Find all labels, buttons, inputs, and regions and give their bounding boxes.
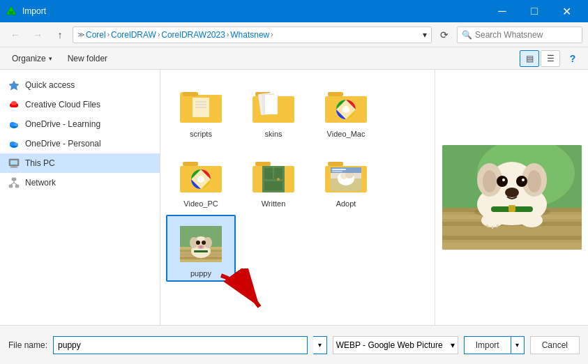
svg-point-9 bbox=[14, 123, 18, 126]
svg-point-72 bbox=[199, 245, 202, 248]
svg-point-95 bbox=[505, 188, 519, 197]
main-area: Quick access Creative Cloud Files bbox=[0, 70, 588, 325]
breadcrumb-whatsnew[interactable]: Whatsnew bbox=[230, 30, 269, 40]
filename-label: File name: bbox=[8, 340, 47, 350]
svg-point-93 bbox=[502, 179, 505, 181]
svg-rect-97 bbox=[508, 205, 515, 212]
filetype-select[interactable]: WEBP - Google Web Picture ▾ bbox=[333, 336, 458, 354]
new-folder-button[interactable]: New folder bbox=[61, 50, 114, 67]
file-label-puppy: puppy bbox=[190, 269, 211, 278]
sidebar-item-onedrive-personal[interactable]: OneDrive - Personal bbox=[0, 134, 160, 153]
forward-button[interactable]: → bbox=[28, 25, 47, 45]
file-label-written: Written bbox=[262, 199, 286, 208]
svg-point-70 bbox=[202, 241, 206, 245]
this-pc-label: This PC bbox=[25, 158, 55, 168]
back-button[interactable]: ← bbox=[6, 25, 25, 45]
window-controls: ─ □ ✕ bbox=[486, 0, 582, 22]
breadcrumb-bar[interactable]: ≫ Corel › CorelDRAW › CorelDRAW2023 › Wh… bbox=[73, 26, 432, 43]
app-icon bbox=[6, 6, 17, 17]
folder-icon-video-pc bbox=[179, 152, 223, 197]
svg-point-90 bbox=[527, 170, 541, 192]
svg-rect-34 bbox=[328, 92, 343, 96]
breadcrumb-sep: ≫ bbox=[77, 31, 84, 38]
folder-icon-skins bbox=[251, 82, 296, 127]
cancel-button[interactable]: Cancel bbox=[530, 336, 580, 354]
refresh-button[interactable]: ⟳ bbox=[435, 25, 454, 45]
minimize-button[interactable]: ─ bbox=[486, 0, 518, 22]
svg-rect-73 bbox=[194, 250, 208, 252]
filename-dropdown-button[interactable]: ▾ bbox=[313, 336, 327, 354]
network-icon bbox=[8, 177, 20, 188]
onedrive-learning-icon bbox=[8, 119, 20, 130]
file-item-puppy[interactable]: puppy bbox=[166, 215, 236, 282]
network-label: Network bbox=[25, 178, 56, 188]
svg-point-98 bbox=[481, 213, 504, 227]
quick-access-label: Quick access bbox=[25, 80, 75, 90]
image-icon-puppy bbox=[179, 222, 223, 266]
filetype-value: WEBP - Google Web Picture bbox=[336, 340, 443, 350]
import-button-group: Import ▾ bbox=[464, 336, 525, 354]
this-pc-icon bbox=[8, 158, 20, 169]
svg-rect-45 bbox=[264, 168, 273, 179]
view-list-button[interactable]: ☰ bbox=[541, 50, 560, 67]
svg-marker-2 bbox=[9, 81, 19, 90]
file-item-written[interactable]: Written bbox=[239, 145, 308, 212]
breadcrumb-coreldraw[interactable]: CorelDRAW bbox=[111, 30, 156, 40]
folder-icon-scripts bbox=[179, 82, 223, 127]
search-input[interactable] bbox=[475, 30, 580, 40]
sidebar-item-quick-access[interactable]: Quick access bbox=[0, 75, 160, 95]
file-item-skins[interactable]: skins bbox=[239, 75, 308, 142]
search-box[interactable]: 🔍 bbox=[457, 26, 582, 43]
title-bar: Import ─ □ ✕ bbox=[0, 0, 588, 22]
svg-point-99 bbox=[520, 213, 543, 227]
file-label-video-pc: Video_PC bbox=[183, 199, 218, 208]
up-button[interactable]: ↑ bbox=[50, 25, 70, 45]
bottom-bar: File name: ▾ WEBP - Google Web Picture ▾… bbox=[0, 325, 588, 364]
breadcrumb-corel[interactable]: Corel bbox=[86, 30, 106, 40]
folder-icon-adopt bbox=[324, 152, 368, 197]
svg-rect-47 bbox=[264, 181, 282, 190]
organize-button[interactable]: Organize ▾ bbox=[6, 50, 59, 67]
view-large-icons-button[interactable]: ▤ bbox=[520, 50, 539, 67]
svg-point-94 bbox=[522, 179, 525, 181]
quick-access-icon bbox=[8, 79, 20, 91]
svg-point-69 bbox=[196, 241, 200, 245]
file-label-video-mac: Video_Mac bbox=[327, 130, 365, 138]
sidebar-item-this-pc[interactable]: This PC bbox=[0, 153, 160, 173]
svg-point-89 bbox=[483, 170, 497, 192]
file-label-adopt: Adopt bbox=[336, 199, 356, 208]
file-item-video-mac[interactable]: Video_Mac bbox=[311, 75, 381, 142]
filename-input[interactable] bbox=[53, 336, 308, 354]
svg-rect-49 bbox=[328, 162, 343, 166]
maximize-button[interactable]: □ bbox=[518, 0, 550, 22]
sidebar-item-network[interactable]: Network bbox=[0, 173, 160, 192]
help-button[interactable]: ? bbox=[563, 50, 582, 67]
svg-point-41 bbox=[197, 176, 204, 183]
breadcrumb-expand[interactable]: ▾ bbox=[423, 30, 427, 40]
sidebar: Quick access Creative Cloud Files bbox=[0, 70, 160, 325]
svg-rect-46 bbox=[274, 168, 282, 179]
svg-line-21 bbox=[11, 183, 15, 185]
onedrive-personal-icon bbox=[8, 138, 20, 149]
new-folder-label: New folder bbox=[68, 54, 107, 63]
breadcrumb-coreldraw2023[interactable]: CorelDRAW2023 bbox=[161, 30, 225, 40]
navigation-toolbar: ← → ↑ ≫ Corel › CorelDRAW › CorelDRAW202… bbox=[0, 22, 588, 47]
file-item-video-pc[interactable]: Video_PC bbox=[166, 145, 236, 212]
close-button[interactable]: ✕ bbox=[550, 0, 582, 22]
svg-point-48 bbox=[277, 178, 280, 181]
svg-rect-1 bbox=[9, 11, 13, 15]
svg-line-22 bbox=[14, 183, 17, 185]
folder-icon-video-mac bbox=[324, 82, 368, 127]
window-title: Import bbox=[22, 6, 46, 16]
sidebar-item-onedrive-learning[interactable]: OneDrive - Learning bbox=[0, 114, 160, 134]
organize-label: Organize bbox=[12, 54, 46, 63]
sidebar-item-creative-cloud[interactable]: Creative Cloud Files bbox=[0, 95, 160, 114]
file-item-adopt[interactable]: Adopt bbox=[311, 145, 381, 212]
svg-rect-17 bbox=[12, 178, 16, 181]
svg-rect-83 bbox=[442, 243, 582, 250]
svg-rect-81 bbox=[442, 229, 582, 233]
preview-panel bbox=[435, 70, 588, 325]
import-button[interactable]: Import bbox=[464, 336, 511, 354]
file-item-scripts[interactable]: scripts bbox=[166, 75, 236, 142]
import-dropdown-button[interactable]: ▾ bbox=[511, 336, 525, 354]
